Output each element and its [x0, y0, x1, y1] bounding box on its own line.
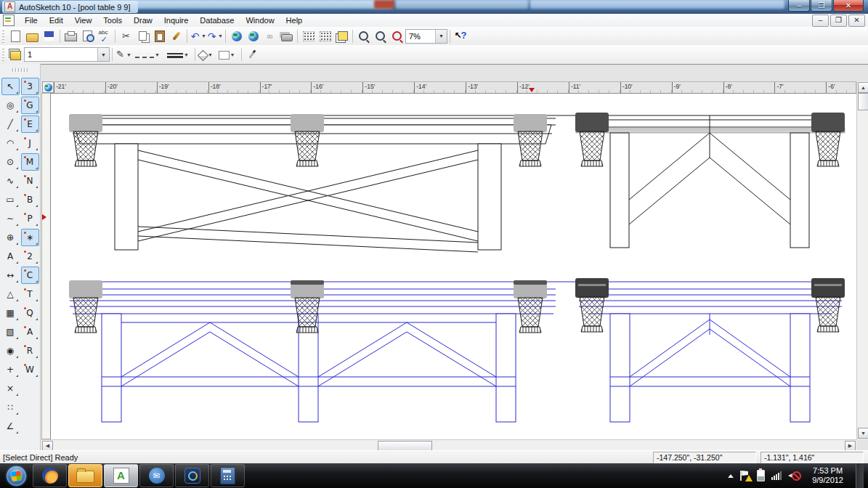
select-tool[interactable]: ↖ [1, 78, 20, 95]
menu-inquire[interactable]: Inquire [158, 15, 195, 26]
clock[interactable]: 7:53 PM 9/9/2012 [806, 466, 849, 485]
polyline-tool[interactable]: ∿ [1, 172, 20, 190]
zoom-selection-button[interactable] [355, 28, 372, 44]
snap-button-j[interactable]: J [21, 134, 39, 152]
taskbar-folder-button[interactable] [68, 464, 102, 487]
horizontal-scroll-thumb[interactable] [378, 441, 432, 451]
preview-button[interactable] [79, 28, 96, 44]
grid-settings-button[interactable] [300, 28, 317, 44]
text-tool[interactable]: A [1, 248, 20, 265]
zoom-level-combo[interactable]: 7% ▼ [405, 29, 447, 44]
format-painter-button[interactable] [168, 28, 184, 44]
redo-dropdown-arrow[interactable]: ▼ [218, 33, 223, 38]
paste-button[interactable] [151, 28, 168, 44]
pan-tool[interactable]: + [1, 361, 20, 378]
menu-draw[interactable]: Draw [128, 15, 158, 26]
taskbar-thunderbird-button[interactable]: ✉ [139, 464, 174, 487]
hatch-tool[interactable]: ▦ [1, 304, 20, 322]
symbol-tool[interactable]: ◉ [1, 342, 20, 359]
volume-muted-icon[interactable] [788, 471, 800, 481]
rectangle-tool[interactable]: ▭ [1, 191, 20, 208]
show-desktop-button[interactable] [856, 463, 864, 488]
child-restore-button[interactable]: ❐ [830, 15, 847, 27]
save-button[interactable] [41, 28, 57, 44]
palette-grip[interactable] [12, 68, 28, 72]
snap-button-r[interactable]: R [21, 342, 39, 359]
layer-combo[interactable]: 1 ▼ [24, 47, 110, 62]
line-weight-button[interactable]: ▼ [163, 47, 192, 62]
snap-button-p[interactable]: P [21, 210, 39, 227]
toolbar-grip[interactable] [2, 48, 4, 61]
show-hidden-icons-button[interactable] [728, 474, 734, 478]
menu-file[interactable]: File [19, 15, 44, 26]
spellcheck-button[interactable] [96, 28, 113, 44]
line-style-button[interactable]: ▼ [131, 47, 163, 62]
network-signal-icon[interactable] [771, 471, 782, 480]
hyperlink-button[interactable]: ∞ [261, 28, 278, 44]
send-button[interactable] [278, 28, 295, 44]
zoom-in-out-button[interactable] [372, 28, 389, 44]
zoom-tool[interactable]: ◎ [1, 97, 20, 114]
slope-tool[interactable]: ∠ [1, 418, 20, 435]
line-tool[interactable]: ╱ [1, 115, 20, 133]
new-button[interactable] [7, 28, 24, 44]
menu-window[interactable]: Window [240, 15, 280, 26]
eyedropper-button[interactable] [244, 47, 261, 62]
taskbar-calculator-button[interactable] [211, 464, 245, 487]
image-tool[interactable]: ▧ [1, 323, 20, 341]
vertical-scroll-thumb[interactable] [858, 93, 868, 110]
snap-button-t[interactable]: T [21, 285, 39, 303]
line-style-dropdown-arrow[interactable]: ▼ [155, 52, 160, 57]
battery-icon[interactable] [757, 470, 765, 481]
edge-dropdown-arrow[interactable]: ▼ [230, 52, 235, 57]
close-button[interactable]: ✕ [833, 0, 864, 12]
snap-button-jack[interactable]: ∗ [21, 229, 39, 246]
menu-help[interactable]: Help [280, 15, 309, 26]
menu-edit[interactable]: Edit [44, 15, 69, 26]
dimension-tool[interactable]: ↔ [1, 267, 20, 284]
snap-button-w[interactable]: W [21, 361, 39, 378]
minimize-button[interactable]: – [788, 0, 810, 12]
point-tool[interactable]: ⊕ [1, 229, 20, 246]
publish-web-button[interactable] [228, 28, 245, 44]
taskbar-quicktime-button[interactable] [175, 464, 209, 487]
snap-button-c[interactable]: C [21, 267, 39, 284]
scroll-up-button[interactable]: ▲ [858, 82, 868, 93]
grid-edit-button[interactable] [317, 28, 333, 44]
child-close-button[interactable]: ✕ [848, 15, 865, 27]
horizontal-scrollbar[interactable]: ◀ ▶ [41, 439, 856, 450]
maximize-button[interactable]: ❐ [811, 0, 832, 12]
snap-button-m[interactable]: M [21, 153, 39, 171]
taskbar-firefox-button[interactable] [33, 464, 67, 487]
save-to-web-button[interactable] [245, 28, 261, 44]
child-minimize-button[interactable]: – [812, 15, 829, 27]
start-button[interactable] [2, 465, 30, 487]
cut-button[interactable]: ✂ [118, 28, 134, 44]
help-pointer-button[interactable] [453, 28, 469, 44]
undo-button[interactable]: ↶▼ [190, 28, 206, 44]
menu-view[interactable]: View [69, 15, 98, 26]
snap-button-b[interactable]: B [21, 191, 39, 208]
print-button[interactable] [62, 28, 79, 44]
layer-combo-arrow[interactable]: ▼ [97, 48, 109, 61]
fill-style-button[interactable]: ▼ [198, 47, 214, 62]
copy-button[interactable] [134, 28, 151, 44]
drawing-sheet[interactable] [50, 93, 856, 439]
open-button[interactable] [24, 28, 41, 44]
snap-button-3[interactable]: 3 [21, 78, 39, 95]
circle-tool[interactable]: ⊙ [1, 153, 20, 171]
undo-dropdown-arrow[interactable]: ▼ [201, 33, 206, 38]
grid-tool[interactable]: ∷ [1, 399, 20, 416]
menu-tools[interactable]: Tools [97, 15, 128, 26]
scroll-left-button[interactable]: ◀ [42, 441, 53, 451]
taskbar-autosketch-button[interactable]: A [104, 464, 138, 487]
isometric-button[interactable] [333, 28, 350, 44]
redo-button[interactable]: ↷▼ [206, 28, 223, 44]
menu-database[interactable]: Database [194, 15, 240, 26]
edge-style-button[interactable]: ▼ [214, 47, 239, 62]
pen-style-button[interactable]: ✎▼ [115, 47, 131, 62]
layers-button[interactable] [7, 47, 24, 62]
trim-tool[interactable]: × [1, 380, 20, 397]
snap-button-n[interactable]: N [21, 172, 39, 190]
toolbar-grip[interactable] [2, 30, 4, 43]
